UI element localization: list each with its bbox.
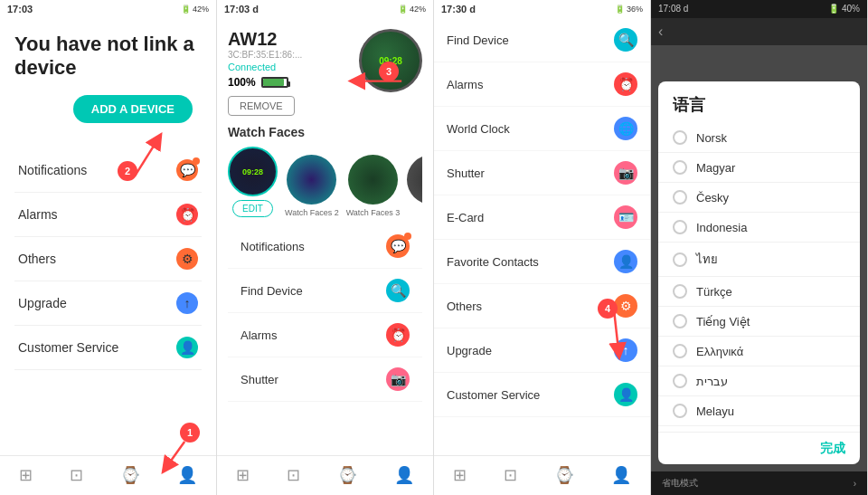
lang-radio-melayu[interactable] <box>673 404 687 418</box>
p3-alarms-icon: ⏰ <box>614 72 637 96</box>
lang-radio-thai[interactable] <box>673 252 687 267</box>
lang-hebrew[interactable]: עברית <box>658 366 860 396</box>
menu-item-notifications[interactable]: Notifications 💬 <box>14 148 202 193</box>
p3-find-device-icon: 🔍 <box>614 28 637 52</box>
menu-item-alarms[interactable]: Alarms ⏰ <box>14 193 202 237</box>
status-bar-2: 17:03 d 🔋 42% <box>217 0 433 18</box>
p3-world-clock-icon: 🌐 <box>614 117 637 140</box>
nav-device-2[interactable]: ⌚ <box>330 463 364 488</box>
lang-radio-tieng-viet[interactable] <box>673 314 687 328</box>
status-time-3: 17:30 d <box>441 4 476 14</box>
p3-customer-service-icon: 👤 <box>614 383 637 406</box>
lang-indonesia[interactable]: Indonesia <box>658 213 860 243</box>
status-time-2: 17:03 d <box>224 4 259 14</box>
p3-others-icon: ⚙ <box>614 294 637 318</box>
p3-shutter-icon: 📷 <box>614 161 637 185</box>
menu-item-customer-service[interactable]: Customer Service 👤 <box>14 326 202 370</box>
lang-radio-norsk[interactable] <box>673 130 687 145</box>
modal-footer: 完成 <box>658 432 860 464</box>
battery-visual <box>261 77 288 88</box>
lang-norsk[interactable]: Norsk <box>658 123 860 153</box>
lang-turkce[interactable]: Türkçe <box>658 277 860 307</box>
nav-lock-2[interactable]: ⊡ <box>279 463 307 488</box>
nav-profile-1[interactable]: 👤 <box>170 463 204 488</box>
p2-shutter-icon: 📷 <box>386 367 410 391</box>
p4-status-bar: 17:08 d 🔋 40% <box>651 0 867 18</box>
lang-radio-cesky[interactable] <box>673 190 687 205</box>
edit-watch-face-btn[interactable]: EDIT <box>232 200 273 217</box>
panel-3-content: Find Device 🔍 Alarms ⏰ World Clock 🌐 Shu… <box>434 18 650 455</box>
nav-lock-3[interactable]: ⊡ <box>496 463 524 488</box>
watch-face-4[interactable] <box>407 155 422 205</box>
watch-face-1[interactable]: 09:28 <box>228 147 278 196</box>
watch-faces-title: Watch Faces <box>228 125 422 139</box>
lang-cesky[interactable]: Česky <box>658 183 860 213</box>
lang-greek[interactable]: Ελληνικά <box>658 337 860 366</box>
p2-shutter[interactable]: Shutter 📷 <box>228 357 422 402</box>
nav-lock-1[interactable]: ⊡ <box>62 463 90 488</box>
watch-face-3[interactable] <box>348 155 398 205</box>
lang-tieng-viet[interactable]: Tiếng Việt <box>658 307 860 337</box>
remove-button[interactable]: REMOVE <box>228 96 295 116</box>
notifications-icon: 💬 <box>176 159 198 181</box>
nav-profile-2[interactable]: 👤 <box>387 463 421 488</box>
nav-home-1[interactable]: ⊞ <box>12 463 40 488</box>
p2-find-device[interactable]: Find Device 🔍 <box>228 269 422 313</box>
p2-notifications-icon: 💬 <box>386 234 410 258</box>
status-time-1: 17:03 <box>7 4 33 14</box>
back-button[interactable]: ‹ <box>658 24 663 40</box>
device-watch-image: 09:28 <box>359 29 422 92</box>
p3-others[interactable]: Others ⚙ <box>434 284 650 328</box>
lang-melayu[interactable]: Melayu <box>658 396 860 426</box>
p4-overlay: 17:08 d 🔋 40% ‹ 语言 Norsk Magyar Česky <box>651 0 867 495</box>
nav-device-1[interactable]: ⌚ <box>113 463 147 488</box>
p2-find-device-icon: 🔍 <box>386 279 410 302</box>
lang-thai[interactable]: ไทย <box>658 243 860 277</box>
customer-service-icon: 👤 <box>176 337 198 358</box>
status-icons-2: 🔋 42% <box>398 5 426 14</box>
bottom-nav-3: ⊞ ⊡ ⌚ 👤 <box>434 455 650 495</box>
add-device-button[interactable]: ADD A DEVICE <box>73 95 193 123</box>
p3-world-clock[interactable]: World Clock 🌐 <box>434 107 650 151</box>
p2-notifications[interactable]: Notifications 💬 <box>228 224 422 269</box>
nav-home-3[interactable]: ⊞ <box>446 463 474 488</box>
battery-bar: 100% <box>228 76 302 89</box>
status-bar-1: 17:03 🔋 42% <box>0 0 216 18</box>
p3-favorite-contacts[interactable]: Favorite Contacts 👤 <box>434 240 650 284</box>
panel-2: 17:03 d 🔋 42% AW12 3C:BF:35:E1:86:... Co… <box>217 0 434 495</box>
nav-profile-3[interactable]: 👤 <box>604 463 638 488</box>
panel-2-content: AW12 3C:BF:35:E1:86:... Connected 100% R… <box>217 18 433 455</box>
p3-favorite-contacts-icon: 👤 <box>614 250 637 273</box>
p3-upgrade-icon: ↑ <box>614 338 637 362</box>
menu-item-others[interactable]: Others ⚙ <box>14 237 202 281</box>
done-button[interactable]: 完成 <box>820 441 845 457</box>
alarms-icon: ⏰ <box>176 204 198 225</box>
p3-find-device[interactable]: Find Device 🔍 <box>434 18 650 62</box>
status-bar-3: 17:30 d 🔋 36% <box>434 0 650 18</box>
p3-upgrade[interactable]: Upgrade ↑ <box>434 328 650 373</box>
nav-home-2[interactable]: ⊞ <box>229 463 257 488</box>
bottom-nav-1: ⊞ ⊡ ⌚ 👤 <box>0 455 216 495</box>
p2-alarms-icon: ⏰ <box>386 323 410 347</box>
p3-customer-service[interactable]: Customer Service 👤 <box>434 373 650 417</box>
lang-radio-turkce[interactable] <box>673 284 687 299</box>
annotation-2: 2 <box>118 161 137 181</box>
menu-item-upgrade[interactable]: Upgrade ↑ <box>14 281 202 326</box>
status-icons-1: 🔋 42% <box>181 5 209 14</box>
language-modal: 语言 Norsk Magyar Česky Indonesia <box>658 81 860 464</box>
nav-device-3[interactable]: ⌚ <box>547 463 581 488</box>
p2-alarms[interactable]: Alarms ⏰ <box>228 313 422 357</box>
p3-alarms[interactable]: Alarms ⏰ <box>434 62 650 107</box>
lang-radio-hebrew[interactable] <box>673 374 687 388</box>
lang-radio-indonesia[interactable] <box>673 220 687 234</box>
annotation-1: 1 <box>180 423 200 443</box>
watch-face-2[interactable] <box>287 155 336 205</box>
p3-shutter[interactable]: Shutter 📷 <box>434 151 650 195</box>
lang-magyar[interactable]: Magyar <box>658 153 860 183</box>
lang-radio-magyar[interactable] <box>673 160 687 175</box>
device-name: AW12 <box>228 29 302 50</box>
lang-radio-greek[interactable] <box>673 344 687 358</box>
p4-footer: 省电模式 › <box>651 471 867 495</box>
bottom-nav-2: ⊞ ⊡ ⌚ 👤 <box>217 455 433 495</box>
p3-e-card[interactable]: E-Card 🪪 <box>434 195 650 240</box>
